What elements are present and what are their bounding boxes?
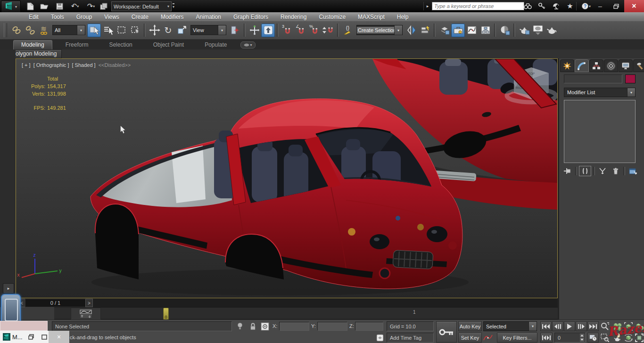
menu-views[interactable]: Views bbox=[98, 14, 125, 20]
ribbon-tab-populate[interactable]: Populate bbox=[197, 41, 234, 49]
select-and-rotate-button[interactable]: ↻ bbox=[161, 24, 175, 37]
absolute-offset-mode-button[interactable] bbox=[260, 321, 270, 331]
toggle-ribbon-button[interactable] bbox=[451, 24, 465, 37]
favorites-button[interactable]: ★ bbox=[564, 1, 576, 11]
play-animation-button[interactable] bbox=[564, 321, 575, 331]
key-mode-dropdown[interactable]: Selected ▾ bbox=[483, 321, 537, 331]
mini-curve-editor-button[interactable] bbox=[71, 308, 101, 320]
select-and-link-button[interactable] bbox=[9, 24, 23, 37]
edit-named-selection-sets-button[interactable]: {} bbox=[341, 24, 355, 37]
ribbon-minimize-button[interactable]: ▾ bbox=[240, 41, 256, 49]
percent-snap-toggle-button[interactable]: % bbox=[308, 24, 322, 37]
angle-snap-toggle-button[interactable]: ∠ bbox=[294, 24, 308, 37]
make-unique-button[interactable] bbox=[597, 166, 608, 176]
select-and-manipulate-button[interactable] bbox=[248, 24, 261, 37]
mirror-button[interactable] bbox=[405, 24, 418, 37]
named-selection-set-combo[interactable]: Create Selection Se ▾ bbox=[356, 25, 403, 35]
toolbar-grip[interactable] bbox=[4, 23, 7, 37]
adaptive-degradation-button[interactable] bbox=[375, 333, 385, 343]
minimize-button[interactable]: – bbox=[592, 0, 608, 12]
viewport-general-menu[interactable]: [ + ] bbox=[22, 62, 31, 68]
ribbon-tab-object-paint[interactable]: Object Paint bbox=[146, 41, 191, 49]
frame-spinner[interactable] bbox=[580, 334, 584, 342]
object-name-field[interactable] bbox=[564, 74, 622, 83]
license-button[interactable] bbox=[536, 1, 548, 11]
unlink-selection-button[interactable] bbox=[23, 24, 37, 37]
use-pivot-point-center-button[interactable] bbox=[228, 24, 242, 37]
workspace-selector[interactable]: Workspace: Default ▾ bbox=[111, 1, 172, 11]
select-object-button[interactable] bbox=[87, 24, 101, 37]
menu-customize[interactable]: Customize bbox=[313, 14, 352, 20]
schematic-view-button[interactable] bbox=[479, 24, 492, 37]
viewport-pov-menu[interactable]: [ Orthographic ] bbox=[33, 62, 69, 68]
set-keys-button[interactable] bbox=[436, 321, 457, 343]
reference-coordinate-combo[interactable]: View ▾ bbox=[190, 25, 226, 35]
minimized-window-titlebar[interactable]: M... × bbox=[0, 331, 69, 343]
add-time-tag-button[interactable]: Add Time Tag bbox=[387, 333, 434, 343]
help-button[interactable]: ? ▾ bbox=[578, 1, 594, 11]
selection-filter-combo[interactable]: All ▾ bbox=[52, 25, 85, 35]
application-menu-button[interactable]: ▾ bbox=[1, 0, 21, 13]
tab-display[interactable] bbox=[619, 59, 633, 72]
show-end-result-button[interactable] bbox=[579, 166, 591, 176]
miniwin-restore-button[interactable] bbox=[27, 333, 35, 341]
object-color-swatch[interactable] bbox=[625, 74, 636, 83]
default-tangent-button[interactable] bbox=[483, 333, 493, 343]
modifier-stack[interactable] bbox=[564, 100, 636, 163]
tab-create[interactable] bbox=[560, 59, 574, 72]
viewport[interactable]: TOP RIGHT bbox=[16, 58, 558, 298]
menu-tools[interactable]: Tools bbox=[45, 14, 70, 20]
rectangular-selection-region-button[interactable] bbox=[115, 24, 128, 37]
ribbon-tab-modeling[interactable]: Modeling bbox=[13, 40, 52, 49]
time-slider[interactable]: 0 bbox=[163, 308, 169, 320]
select-by-name-button[interactable] bbox=[101, 24, 115, 37]
project-folder-button[interactable] bbox=[98, 1, 109, 11]
current-frame-field[interactable]: 0 bbox=[554, 333, 586, 343]
curve-editor-button[interactable] bbox=[465, 24, 479, 37]
bind-to-space-warp-button[interactable]: ≋ bbox=[37, 24, 50, 37]
key-filters-button[interactable]: Key Filters... bbox=[497, 333, 537, 343]
previous-frame-play-button[interactable] bbox=[552, 321, 563, 331]
menu-maxscript[interactable]: MAXScript bbox=[352, 14, 391, 20]
tab-utilities[interactable] bbox=[633, 59, 644, 72]
key-step-mode-button[interactable] bbox=[540, 333, 553, 343]
window-crossing-toggle-button[interactable] bbox=[128, 24, 142, 37]
go-to-end-button[interactable] bbox=[587, 321, 599, 331]
go-to-start-button[interactable] bbox=[540, 321, 552, 331]
miniwin-close-button[interactable]: × bbox=[49, 331, 69, 343]
menu-graph-editors[interactable]: Graph Editors bbox=[227, 14, 274, 20]
search-history-button[interactable]: ▸ bbox=[424, 2, 431, 10]
selection-lock-button[interactable] bbox=[248, 321, 258, 331]
car-model-main[interactable] bbox=[91, 99, 469, 295]
x-coordinate-field[interactable] bbox=[279, 322, 309, 331]
new-scene-button[interactable] bbox=[25, 1, 36, 11]
isolate-selection-button[interactable] bbox=[235, 321, 245, 331]
restore-button[interactable] bbox=[608, 0, 624, 12]
render-production-button[interactable] bbox=[545, 24, 558, 37]
render-setup-button[interactable] bbox=[517, 24, 531, 37]
material-editor-button[interactable] bbox=[498, 24, 512, 37]
select-and-move-button[interactable] bbox=[148, 24, 161, 37]
communication-center-button[interactable] bbox=[550, 1, 562, 11]
menu-edit[interactable]: Edit bbox=[23, 14, 45, 20]
ribbon-tab-selection[interactable]: Selection bbox=[101, 41, 140, 49]
time-configuration-button[interactable] bbox=[587, 333, 599, 343]
search-button[interactable] bbox=[521, 1, 534, 11]
menu-group[interactable]: Group bbox=[70, 14, 98, 20]
viewport-shading-menu[interactable]: [ Shaded ] bbox=[72, 62, 95, 68]
set-key-button[interactable]: Set Key bbox=[458, 333, 482, 343]
select-and-scale-button[interactable] bbox=[175, 24, 189, 37]
remove-modifier-button[interactable] bbox=[610, 166, 621, 176]
snap-toggle-3d-button[interactable]: 3 bbox=[281, 24, 294, 37]
modifier-list-dropdown[interactable]: Modifier List ▾ bbox=[564, 88, 636, 97]
y-coordinate-field[interactable] bbox=[317, 322, 347, 331]
z-coordinate-field[interactable] bbox=[355, 322, 383, 331]
close-button[interactable]: × bbox=[624, 0, 644, 12]
undo-button[interactable]: ↶ ▾ bbox=[68, 1, 82, 11]
help-search-input[interactable] bbox=[432, 2, 524, 10]
keyboard-shortcut-override-button[interactable] bbox=[261, 24, 275, 37]
open-file-button[interactable] bbox=[39, 1, 50, 11]
menu-modifiers[interactable]: Modifiers bbox=[155, 14, 190, 20]
viewport-canvas[interactable]: TOP RIGHT bbox=[16, 59, 557, 298]
tab-motion[interactable] bbox=[604, 59, 618, 72]
